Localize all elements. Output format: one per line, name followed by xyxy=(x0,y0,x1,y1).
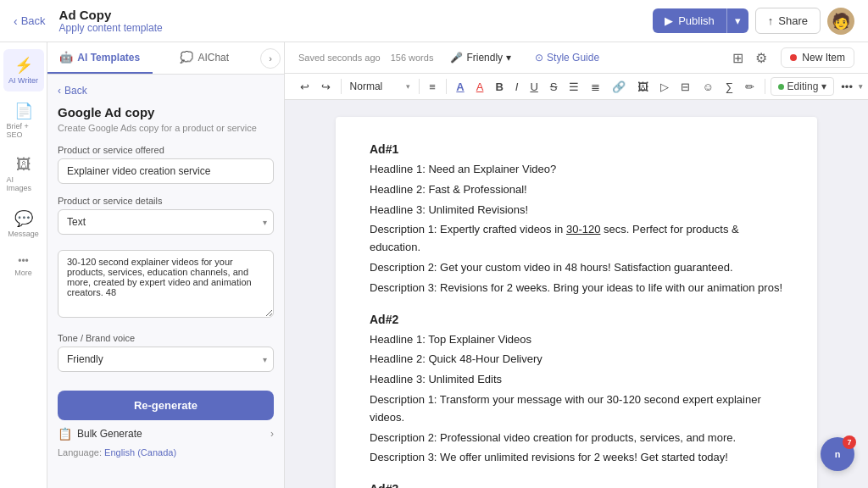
style-guide-button[interactable]: ⊙ Style Guide xyxy=(528,49,606,66)
ad1-line-6: Description 3: Revisions for 2 weeks. Br… xyxy=(370,280,783,297)
ad-section-1: Ad#1 Headline 1: Need an Explainer Video… xyxy=(370,142,783,297)
avatar[interactable]: 🧑 xyxy=(827,8,854,35)
panel-tabs: 🤖 AI Templates 💭 AIChat › xyxy=(47,42,284,75)
toolbar-separator-2 xyxy=(419,79,420,94)
icon-sidebar: ⚡ AI Writer 📄 Brief + SEO 🖼 AI Images 💬 … xyxy=(0,42,47,488)
sidebar-item-more[interactable]: ••• More xyxy=(3,248,44,284)
align-button[interactable]: ≡ xyxy=(424,78,441,96)
regenerate-button[interactable]: Re-generate xyxy=(58,391,274,420)
message-icon: 💬 xyxy=(14,209,33,228)
product-label: Product or service offered xyxy=(58,145,274,155)
new-item-button[interactable]: New Item xyxy=(781,47,854,68)
unordered-list-button[interactable]: ☰ xyxy=(564,78,584,96)
publish-button[interactable]: ▶ Publish xyxy=(653,8,726,33)
publish-group: ▶ Publish ▾ xyxy=(653,8,748,33)
image-icon: 🖼 xyxy=(16,156,31,174)
ad1-line-4: Description 1: Expertly crafted videos i… xyxy=(370,221,783,257)
ad3-title: Ad#3 xyxy=(370,482,783,488)
text-color-button[interactable]: A xyxy=(451,78,469,96)
link-button[interactable]: 🔗 xyxy=(607,78,631,96)
word-count: 156 words xyxy=(391,53,434,63)
highlight-button[interactable]: A xyxy=(471,78,489,96)
chevron-down-icon: ▾ xyxy=(735,14,741,27)
sidebar-item-ai-writer[interactable]: ⚡ AI Writer xyxy=(3,49,44,92)
grid-icon-button[interactable]: ⊞ xyxy=(729,48,747,68)
back-arrow-icon: ‹ xyxy=(14,14,18,28)
sidebar-item-message[interactable]: 💬 Message xyxy=(3,202,44,245)
apply-template-link[interactable]: Apply content template xyxy=(59,22,640,34)
table-button[interactable]: ⊟ xyxy=(676,78,695,96)
top-bar: ‹ Back Ad Copy Apply content template ▶ … xyxy=(0,0,868,42)
arrow-button[interactable]: ▷ xyxy=(655,78,674,96)
style-guide-label: Style Guide xyxy=(547,52,599,64)
ad2-line-4: Description 1: Transform your message wi… xyxy=(370,391,783,427)
ad1-line-2: Headline 2: Fast & Professional! xyxy=(370,181,783,199)
settings-icon-button[interactable]: ⚙ xyxy=(752,48,771,68)
tone-button[interactable]: 🎤 Friendly ▾ xyxy=(443,49,518,66)
bulk-generate-row[interactable]: 📋 Bulk Generate › xyxy=(58,420,274,447)
sidebar-item-ai-images[interactable]: 🖼 AI Images xyxy=(3,149,44,199)
details-type-select[interactable]: Text xyxy=(58,209,274,235)
panel-back-label: Back xyxy=(64,85,87,97)
share-icon: ↑ xyxy=(768,14,774,27)
format-select-wrapper: Normal Heading 1 ▾ xyxy=(347,79,414,94)
bold-button[interactable]: B xyxy=(490,78,508,96)
product-input[interactable] xyxy=(58,158,274,184)
underline-button[interactable]: U xyxy=(525,78,542,96)
saved-status: Saved seconds ago xyxy=(298,53,381,63)
details-label: Product or service details xyxy=(58,196,274,206)
undo-button[interactable]: ↩ xyxy=(295,78,314,96)
new-item-dot xyxy=(790,54,797,61)
edit-icon-button[interactable]: ✏ xyxy=(740,78,760,96)
more-icon: ••• xyxy=(18,255,29,267)
strikethrough-button[interactable]: S xyxy=(545,78,563,96)
sidebar-label-brief-seo: Brief + SEO xyxy=(7,122,41,139)
italic-button[interactable]: I xyxy=(510,78,524,96)
main-layout: ⚡ AI Writer 📄 Brief + SEO 🖼 AI Images 💬 … xyxy=(0,42,868,488)
toolbar-separator-4 xyxy=(765,79,765,94)
redo-button[interactable]: ↪ xyxy=(316,78,336,96)
back-icon: ‹ xyxy=(58,85,61,97)
more-options-button[interactable]: ••• xyxy=(836,78,858,96)
share-button[interactable]: ↑ Share xyxy=(755,8,821,34)
tone-value-label: Friendly xyxy=(466,52,503,64)
panel-subtext: Create Google Ads copy for a product or … xyxy=(58,123,274,133)
ad2-line-1: Headline 1: Top Explainer Videos xyxy=(370,331,783,349)
templates-panel: 🤖 AI Templates 💭 AIChat › ‹ Back Google … xyxy=(47,42,285,488)
editing-dot xyxy=(778,84,784,90)
publish-dropdown-button[interactable]: ▾ xyxy=(726,8,748,33)
table-chevron-icon: ▾ xyxy=(859,82,863,91)
editing-badge[interactable]: Editing ▾ xyxy=(771,77,835,96)
ad2-title: Ad#2 xyxy=(370,313,783,326)
formula-button[interactable]: ∑ xyxy=(721,78,738,96)
tone-select[interactable]: Friendly xyxy=(58,347,274,372)
robot-icon: 🤖 xyxy=(59,51,73,64)
ordered-list-button[interactable]: ≣ xyxy=(586,78,605,96)
chat-icon: 💭 xyxy=(180,51,193,64)
sidebar-label-ai-writer: AI Writer xyxy=(8,76,38,85)
share-label: Share xyxy=(778,14,808,27)
language-value-link[interactable]: English (Canada) xyxy=(104,447,176,458)
new-item-label: New Item xyxy=(802,52,845,64)
ad1-line-1: Headline 1: Need an Explainer Video? xyxy=(370,161,783,179)
back-label: Back xyxy=(21,14,46,27)
details-textarea[interactable]: 30-120 second explainer videos for your … xyxy=(58,250,274,318)
editor-scroll[interactable]: Ad#1 Headline 1: Need an Explainer Video… xyxy=(285,100,868,488)
panel-collapse-button[interactable]: › xyxy=(260,48,281,69)
editor-area: Saved seconds ago 156 words 🎤 Friendly ▾… xyxy=(285,42,868,488)
emoji-button[interactable]: ☺ xyxy=(697,78,718,96)
ad1-line-5: Description 2: Get your custom video in … xyxy=(370,259,783,277)
tab-ai-templates-label: AI Templates xyxy=(77,52,140,64)
panel-back-button[interactable]: ‹ Back xyxy=(58,85,274,97)
tab-aichat[interactable]: 💭 AIChat xyxy=(153,42,258,74)
bulk-generate-label: Bulk Generate xyxy=(77,428,142,440)
back-button[interactable]: ‹ Back xyxy=(14,14,46,28)
product-field-group: Product or service offered xyxy=(58,145,274,184)
format-select[interactable]: Normal Heading 1 xyxy=(347,79,414,94)
chat-bubble[interactable]: n 7 xyxy=(821,437,854,471)
sidebar-item-brief-seo[interactable]: 📄 Brief + SEO xyxy=(3,95,44,146)
tab-ai-templates[interactable]: 🤖 AI Templates xyxy=(47,42,153,74)
ad2-line-6: Description 3: We offer unlimited revisi… xyxy=(370,449,783,467)
chat-avatar-label: n xyxy=(835,449,841,459)
image-insert-button[interactable]: 🖼 xyxy=(632,78,654,96)
